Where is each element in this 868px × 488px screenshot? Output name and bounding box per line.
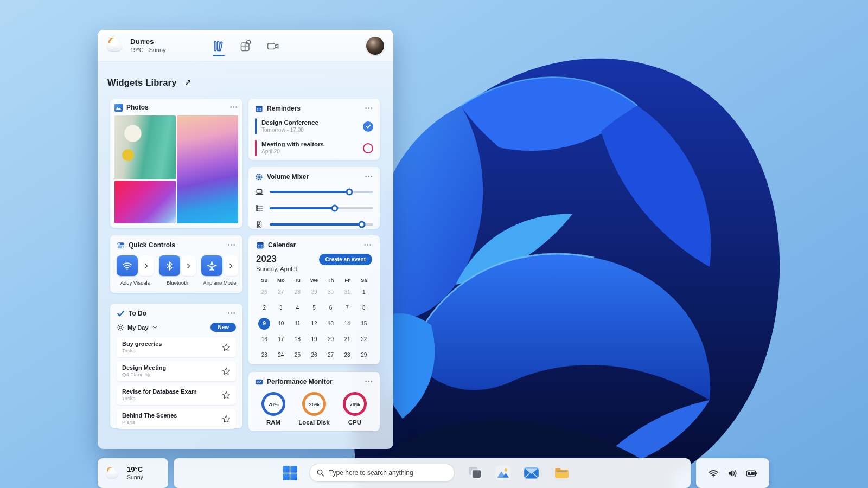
calendar-day[interactable]: 6 xyxy=(322,300,339,316)
todo-new-button[interactable]: New xyxy=(210,323,236,332)
quick-control-expand[interactable] xyxy=(139,255,154,276)
calendar-day-headers: SuMoTuWeThFrSa xyxy=(256,277,372,283)
calendar-day[interactable]: 17 xyxy=(273,331,290,347)
widget-menu-button[interactable]: ••• xyxy=(365,175,373,179)
calendar-day[interactable]: 12 xyxy=(306,316,323,331)
quick-control-toggle-bluetooth[interactable] xyxy=(159,255,180,276)
todo-task-star-button[interactable] xyxy=(222,367,231,376)
calendar-day[interactable]: 20 xyxy=(322,331,339,347)
widget-menu-button[interactable]: ••• xyxy=(365,380,373,384)
calendar-day[interactable]: 28 xyxy=(289,284,306,300)
reminders-list: Design ConferenceTomorrow - 17:00Meeting… xyxy=(255,118,373,156)
volume-slider-thumb[interactable] xyxy=(346,189,353,196)
photo-thumbnail[interactable] xyxy=(114,181,176,223)
calendar-day[interactable]: 21 xyxy=(339,331,356,347)
reminder-item[interactable]: Meeting with realtorsApril 20 xyxy=(255,140,373,156)
header-weather[interactable]: Durres 19°C · Sunny xyxy=(130,37,166,53)
taskbar-app-file-explorer[interactable] xyxy=(553,465,570,481)
chevron-down-icon[interactable] xyxy=(152,324,158,330)
calendar-day[interactable]: 31 xyxy=(339,284,356,300)
reminder-item[interactable]: Design ConferenceTomorrow - 17:00 xyxy=(255,118,373,134)
calendar-day[interactable]: 26 xyxy=(306,347,323,363)
system-tray[interactable] xyxy=(696,458,769,488)
start-button[interactable] xyxy=(282,465,298,481)
taskbar-app-task-view[interactable] xyxy=(467,465,483,481)
calendar-day[interactable]: 25 xyxy=(289,347,306,363)
calendar-day[interactable]: 16 xyxy=(256,331,273,347)
calendar-day[interactable]: 24 xyxy=(273,347,290,363)
volume-slider-track[interactable] xyxy=(270,191,373,193)
quick-control-pair xyxy=(201,255,238,276)
quick-control-expand[interactable] xyxy=(224,255,238,276)
reminder-checkbox[interactable] xyxy=(363,143,373,153)
reminder-checkbox[interactable] xyxy=(363,121,373,132)
calendar-day-number: 17 xyxy=(275,333,287,345)
calendar-day[interactable]: 15 xyxy=(355,316,372,331)
calendar-day[interactable]: 13 xyxy=(322,316,339,331)
calendar-day[interactable]: 7 xyxy=(339,300,356,316)
todo-task-star-button[interactable] xyxy=(222,343,231,352)
taskbar-weather-widget[interactable]: 19°C Sunny xyxy=(98,458,168,488)
volume-slider-track[interactable] xyxy=(270,207,373,209)
create-event-button[interactable]: Create an event xyxy=(319,254,372,265)
calendar-day[interactable]: 1 xyxy=(355,284,372,300)
quick-control-expand[interactable] xyxy=(181,255,196,276)
todo-task-star-button[interactable] xyxy=(222,415,231,423)
todo-task-card[interactable]: Design MeetingQ4 Planning xyxy=(117,361,236,381)
calendar-day[interactable]: 2 xyxy=(256,300,273,316)
taskbar-temp: 19°C xyxy=(127,466,143,474)
widget-menu-button[interactable]: ••• xyxy=(228,243,236,247)
calendar-day[interactable]: 3 xyxy=(273,300,290,316)
calendar-day[interactable]: 9 xyxy=(256,316,273,331)
quick-controls-row: Addy VisualsBluetoothAirplane Mode xyxy=(117,255,236,286)
calendar-day[interactable]: 11 xyxy=(289,316,306,331)
calendar-day[interactable]: 29 xyxy=(306,284,323,300)
calendar-day[interactable]: 29 xyxy=(355,347,372,363)
calendar-day[interactable]: 18 xyxy=(289,331,306,347)
photos-collage[interactable] xyxy=(114,115,238,223)
todo-task-star-button[interactable] xyxy=(222,391,231,400)
page-title: Widgets Library xyxy=(107,78,177,88)
todo-task-card[interactable]: Revise for Database ExamTasks xyxy=(117,385,236,405)
calendar-day[interactable]: 28 xyxy=(339,347,356,363)
calendar-day[interactable]: 26 xyxy=(256,284,273,300)
tab-widgets-library[interactable] xyxy=(209,36,228,56)
todo-task-card[interactable]: Buy groceriesTasks xyxy=(117,337,236,357)
tab-widgets-board[interactable] xyxy=(237,36,255,56)
user-avatar[interactable] xyxy=(366,37,384,55)
widget-menu-button[interactable]: ••• xyxy=(230,105,238,110)
volume-slider-thumb[interactable] xyxy=(331,205,339,212)
calendar-day[interactable]: 23 xyxy=(256,347,273,363)
calendar-day[interactable]: 27 xyxy=(322,347,339,363)
reminder-text: Meeting with realtorsApril 20 xyxy=(261,141,324,156)
calendar-day[interactable]: 30 xyxy=(322,284,339,300)
widget-menu-button[interactable]: ••• xyxy=(228,311,236,316)
taskbar-app-mail[interactable] xyxy=(523,465,540,481)
quick-controls-widget: Quick Controls ••• Addy VisualsBluetooth… xyxy=(110,235,242,293)
widget-menu-button[interactable]: ••• xyxy=(365,106,373,111)
taskbar-app-photos[interactable] xyxy=(495,465,512,481)
search-input[interactable] xyxy=(329,469,448,477)
calendar-day[interactable]: 22 xyxy=(355,331,372,347)
calendar-day[interactable]: 10 xyxy=(273,316,290,331)
taskbar-search[interactable] xyxy=(309,464,455,482)
calendar-day[interactable]: 27 xyxy=(273,284,290,300)
todo-task-card[interactable]: Behind The ScenesPlans xyxy=(117,409,236,429)
expand-icon[interactable] xyxy=(183,78,193,87)
quick-control-toggle-airplane[interactable] xyxy=(201,255,222,276)
calendar-day[interactable]: 4 xyxy=(289,300,306,316)
calendar-day[interactable]: 8 xyxy=(355,300,372,316)
photo-thumbnail[interactable] xyxy=(177,115,238,223)
calendar-day-header: Th xyxy=(322,277,339,283)
quick-control-toggle-wifi[interactable] xyxy=(117,255,138,276)
widget-menu-button[interactable]: ••• xyxy=(364,243,372,247)
calendar-day[interactable]: 14 xyxy=(339,316,356,331)
volume-slider-thumb[interactable] xyxy=(358,221,365,228)
calendar-day[interactable]: 5 xyxy=(306,300,323,316)
photo-thumbnail[interactable] xyxy=(114,115,176,179)
search-icon xyxy=(316,468,325,477)
todo-list-selector[interactable]: My Day xyxy=(127,324,149,331)
volume-slider-track[interactable] xyxy=(270,223,373,226)
calendar-day[interactable]: 19 xyxy=(306,331,323,347)
tab-camera[interactable] xyxy=(264,36,282,56)
